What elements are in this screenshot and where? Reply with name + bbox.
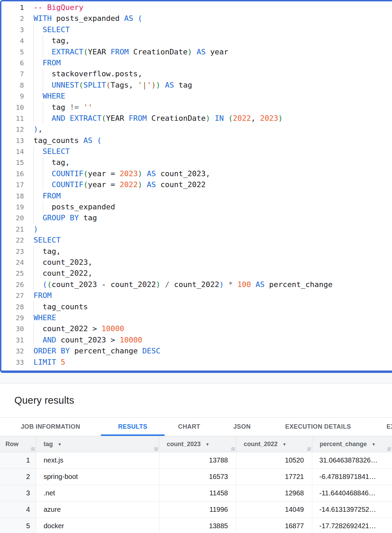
indent-guide [43,47,43,57]
percent-change-cell: -11.6440468846… [312,485,392,502]
count-2023-cell: 13885 [159,518,236,533]
line-number: 16 [1,168,24,179]
code-text: tag, [24,35,70,46]
tab-chart[interactable]: CHART [165,418,214,436]
code-line[interactable]: 21) [1,224,392,235]
code-line[interactable]: 3 SELECT [1,24,392,35]
count-2023-cell: 16573 [159,469,236,485]
code-line[interactable]: 27FROM [1,290,392,301]
tab-execution-details[interactable]: EXECUTION DETAILS [270,418,366,436]
tab-job-information[interactable]: JOB INFORMATION [0,418,101,436]
code-line[interactable]: 20 GROUP BY tag [1,212,392,223]
line-number: 26 [1,279,24,290]
code-line[interactable]: 8 UNNEST(SPLIT(Tags, '|')) AS tag [1,80,392,91]
column-resize-icon[interactable] [154,447,158,451]
code-line[interactable]: 14 SELECT [1,146,392,157]
tag-cell: .net [36,485,159,502]
code-line[interactable]: 1-- BigQuery [1,2,392,13]
code-text: FROM [24,191,61,202]
code-line[interactable]: 13tag_counts AS ( [1,135,392,146]
column-resize-icon[interactable] [31,447,35,451]
code-line[interactable]: 29WHERE [1,312,392,323]
code-line[interactable]: 16 COUNTIF(year = 2023) AS count_2023, [1,168,392,179]
indent-guide [34,202,34,212]
indent-guide [34,335,34,346]
line-number: 23 [1,246,24,257]
count-2022-cell: 12968 [236,485,312,502]
count-2023-cell: 11996 [159,502,236,518]
code-text: SELECT [24,146,70,157]
column-menu-icon[interactable]: ▼ [283,442,287,447]
tab-ex[interactable]: EX [366,418,392,436]
code-line[interactable]: 24 count_2023, [1,257,392,268]
column-resize-icon[interactable] [231,447,235,451]
tab-json[interactable]: JSON [214,418,270,436]
code-line[interactable]: 17 COUNTIF(year = 2022) AS count_2022 [1,179,392,190]
code-line[interactable]: 30 count_2022 > 10000 [1,323,392,334]
code-text: WHERE [24,312,56,323]
code-line[interactable]: 15 tag, [1,157,392,168]
table-row: 1next.js137881052031.06463878326… [0,452,392,469]
line-number: 19 [1,202,24,212]
code-line[interactable]: 10 tag != '' [1,102,392,113]
tag-cell: spring-boot [36,469,159,485]
code-line[interactable]: 32ORDER BY percent_change DESC [1,346,392,356]
column-header-row[interactable]: Row [0,436,36,452]
indent-guide [34,91,34,102]
table-row: 3.net1145812968-11.6440468846… [0,485,392,502]
code-line[interactable]: 25 count_2022, [1,268,392,279]
column-menu-icon[interactable]: ▼ [206,442,210,447]
code-line[interactable]: 22SELECT [1,235,392,246]
sql-editor[interactable]: 1-- BigQuery2WITH posts_expanded AS (3 S… [0,0,392,373]
code-line[interactable]: 6 FROM [1,57,392,68]
code-line[interactable]: 9 WHERE [1,91,392,102]
code-line[interactable]: 12), [1,124,392,135]
table-row: 2spring-boot1657317721-6.47818971841… [0,469,392,485]
column-menu-icon[interactable]: ▼ [372,442,376,447]
line-number: 18 [1,191,24,202]
code-text: WITH posts_expanded AS ( [24,13,142,24]
column-menu-icon[interactable]: ▼ [58,442,62,447]
line-number: 27 [1,290,24,301]
column-label: tag [44,441,53,447]
code-line[interactable]: 23 tag, [1,246,392,257]
code-text: posts_expanded [24,202,115,212]
code-line[interactable]: 18 FROM [1,191,392,202]
indent-guide [34,113,34,124]
section-divider [0,373,392,384]
column-header-tag[interactable]: tag▼ [36,436,159,452]
code-line[interactable]: 7 stackoverflow.posts, [1,68,392,79]
code-line[interactable]: 31 AND count_2023 > 10000 [1,335,392,346]
code-line[interactable]: 5 EXTRACT(YEAR FROM CreationDate) AS yea… [1,47,392,57]
column-resize-icon[interactable] [307,447,311,451]
column-header-percent_change[interactable]: percent_change▼ [312,436,392,452]
line-number: 33 [1,357,24,368]
count-2022-cell: 10520 [236,452,312,469]
percent-change-cell: -6.47818971841… [312,469,392,485]
line-number: 25 [1,268,24,279]
code-text: ((count_2023 - count_2022) / count_2022)… [24,279,332,290]
line-number: 14 [1,146,24,157]
count-2023-cell: 13788 [159,452,236,469]
line-number: 24 [1,257,24,268]
line-number: 17 [1,179,24,190]
code-line[interactable]: 19 posts_expanded [1,202,392,212]
code-line[interactable]: 2WITH posts_expanded AS ( [1,13,392,24]
tab-results[interactable]: RESULTS [101,418,165,436]
code-text: tag != '' [24,102,92,113]
indent-guide [34,268,34,279]
column-resize-icon[interactable] [387,447,391,451]
code-line[interactable]: 33LIMIT 5 [1,357,392,368]
code-line[interactable]: 26 ((count_2023 - count_2022) / count_20… [1,279,392,290]
count-2022-cell: 17721 [236,469,312,485]
code-text: count_2022 > 10000 [24,323,124,334]
code-text: UNNEST(SPLIT(Tags, '|')) AS tag [24,80,192,91]
code-line[interactable]: 11 AND EXTRACT(YEAR FROM CreationDate) I… [1,113,392,124]
column-header-count_2022[interactable]: count_2022▼ [236,436,312,452]
line-number: 13 [1,135,24,146]
tag-cell: azure [36,502,159,518]
code-line[interactable]: 4 tag, [1,35,392,46]
column-header-count_2023[interactable]: count_2023▼ [159,436,236,452]
code-text: tag, [24,157,70,168]
code-line[interactable]: 28 tag_counts [1,301,392,312]
